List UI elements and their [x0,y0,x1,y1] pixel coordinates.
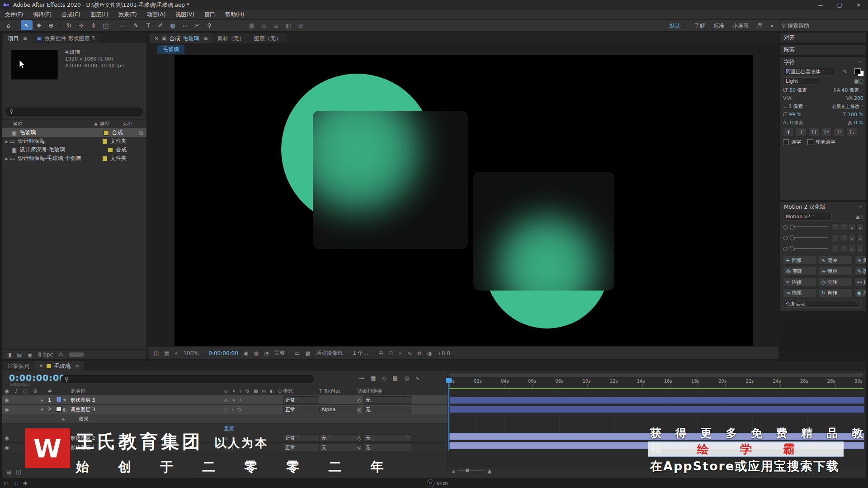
panel-menu-icon[interactable]: ≡ [859,204,863,210]
menu-composition[interactable]: 合成(C) [57,10,85,19]
indic-checkbox[interactable]: 印地语字 [807,139,835,145]
note-button[interactable]: ◉注 [854,288,866,297]
workspace-learn[interactable]: 了解 [694,22,705,30]
shy-switch[interactable]: ◇ [224,398,228,403]
clone-button[interactable]: ⁂克隆 [783,267,817,276]
layer-name[interactable]: 调整图层 3 [71,406,224,413]
menu-layer[interactable]: 图层(L) [85,10,113,19]
anchor-bottom-left-button[interactable]: ⌞ [848,223,855,230]
subscript-toggle[interactable]: T₁ [846,128,857,137]
panel-menu-icon[interactable]: ≡ [859,59,863,65]
orbit-button[interactable]: ◎公转 [819,277,853,286]
mini-flowchart-icon[interactable]: ⊶ [359,375,364,381]
property-group-label[interactable]: 效果 [71,416,224,422]
project-row[interactable]: ▣ 毛玻璃 合成 ⧉ [2,128,146,137]
graph-editor-icon[interactable]: ∿ [415,375,420,381]
stroke-width-control[interactable]: ≣ 1 像素 [783,103,807,110]
anchor-bottom-right-button[interactable]: ⌟ [856,245,863,252]
all-caps-toggle[interactable]: TT [808,128,819,137]
tracking-control[interactable]: VA 200 [846,95,863,101]
horizontal-scale-value[interactable]: 100 % [848,112,863,117]
quality-switch[interactable]: / [240,398,241,403]
layer-name[interactable]: 形状图层 3 [71,397,224,404]
ligatures-checkbox[interactable]: 连字 [783,139,801,145]
superscript-toggle[interactable]: T¹ [834,128,844,137]
anchor-top-right-button[interactable]: ⌝ [840,223,847,230]
trkmat-dropdown[interactable]: 无 [319,444,357,451]
anchor-bottom-left-button[interactable]: ⌞ [848,234,855,241]
kerning-control[interactable]: V∕A [783,95,796,101]
baseline-shift-control[interactable]: Aₐ 0 像素 [783,120,803,126]
layer-row[interactable]: ◉ ▾ 2 ◐ 调整图层 3 ◇ / fx 正常 Alpha ◎ 无 [2,405,448,414]
tab-render-queue[interactable]: 渲染队列 [3,361,34,371]
quality-switch[interactable]: / [232,407,233,412]
parent-dropdown[interactable]: 无 [363,396,411,404]
zoom-slider-handle[interactable] [466,469,469,472]
tab-project[interactable]: 项目 ≡ [3,33,32,43]
anchor-top-right-button[interactable]: ⌝ [840,234,847,241]
show-snapshot-icon[interactable]: ◍ [254,350,258,357]
trail-button[interactable]: ↝拖尾 [783,288,817,297]
property-group-row[interactable]: ▸ 效果 [2,414,448,424]
pickwhip-icon[interactable]: ◎ [357,407,362,413]
tab-footage[interactable]: 素材（无） [213,33,249,43]
pan-camera-tool-icon[interactable]: ⊹ [75,20,87,30]
exposure-value[interactable]: +0.0 [437,350,450,357]
pickwhip-icon[interactable]: ◎ [357,445,362,450]
pickwhip-icon[interactable]: ◎ [357,435,362,441]
task-launch-dropdown[interactable]: 任务启动 [783,300,861,308]
column-trkmat[interactable]: T TrkMat [319,388,357,394]
trkmat-dropdown[interactable]: Alpha [319,406,357,413]
motion-blur-icon[interactable]: ◎ [404,375,409,381]
lock-icon[interactable]: ▣ [161,35,166,42]
menu-animation[interactable]: 动画(A) [142,10,171,19]
font-size-control[interactable]: tT 50 像素 [783,87,811,94]
character-panel-header[interactable]: 字符 ≡ [780,57,866,67]
twirl-icon[interactable]: ▸ [62,416,71,422]
project-flowchart-button[interactable] [69,352,84,357]
twirl-icon[interactable]: ▸ [5,155,8,162]
column-source-name[interactable]: 源名称 [71,388,224,394]
project-row[interactable]: ▸ ▭ 设计师深海 文件夹 [2,137,146,146]
workspace-libraries[interactable]: 库 [757,22,762,30]
new-folder-icon[interactable]: ▤ [17,352,22,358]
tab-effect-controls[interactable]: ▣ 效果控件 形状图层 3 [32,33,99,43]
hide-shy-icon[interactable]: ◇ [382,375,386,381]
spin-button[interactable]: ↻自转 [819,288,853,297]
draft-3d-icon[interactable]: ▦ [371,375,376,381]
tab-layer[interactable]: 图层（无） [250,33,286,43]
tracking-value[interactable]: 200 [854,95,863,101]
minimize-button[interactable]: — [811,0,830,10]
solo-column-icon[interactable]: ○ [21,388,30,394]
clone-stamp-tool-icon[interactable]: ◍ [167,20,179,30]
layer-duration-bar[interactable] [449,397,864,404]
view-layout-dropdown[interactable]: 1 个… [353,349,373,357]
workspace-standard[interactable]: 标准 [713,22,724,30]
camera-dropdown[interactable]: 活动摄像机 [316,349,347,357]
layer-duration-bar[interactable] [449,406,864,413]
always-preview-icon[interactable]: ◫ [154,350,159,357]
anchor-bottom-right-button[interactable]: ⌟ [856,223,863,230]
zoom-slider[interactable] [458,470,485,471]
puppet-tool-icon[interactable]: ⚲ [203,20,215,30]
project-row[interactable]: ▣ 设计师深海-毛玻璃 合成 [2,145,146,155]
workspace-small-screen[interactable]: 小屏幕 [732,22,749,30]
horizontal-scale-control[interactable]: T 100 % [843,112,863,117]
pickwhip-icon[interactable]: ◎ [357,397,362,403]
workspace-overflow-icon[interactable]: » [770,23,774,29]
target-icon[interactable]: ⌖ [175,350,178,357]
frame-blend-icon[interactable]: ▩ [393,375,398,381]
close-icon[interactable]: ✕ [154,35,159,42]
anchor-top-left-button[interactable]: ⌜ [832,245,839,252]
close-button[interactable]: ✕ [849,0,868,10]
menu-window[interactable]: 窗口 [199,10,220,19]
column-number[interactable]: # [48,388,56,394]
slider-handle[interactable] [790,235,795,240]
trkmat-dropdown[interactable]: 无 [319,434,357,442]
video-column-icon[interactable]: ◉ [2,388,12,394]
frame-blend-icon[interactable]: ▩ [254,389,258,394]
menu-view[interactable]: 视图(V) [170,10,199,19]
blend-mode-dropdown[interactable]: 正常 [283,434,319,442]
menu-help[interactable]: 帮助(H) [220,10,249,19]
view-options-icon[interactable]: ⊞ [378,350,383,357]
